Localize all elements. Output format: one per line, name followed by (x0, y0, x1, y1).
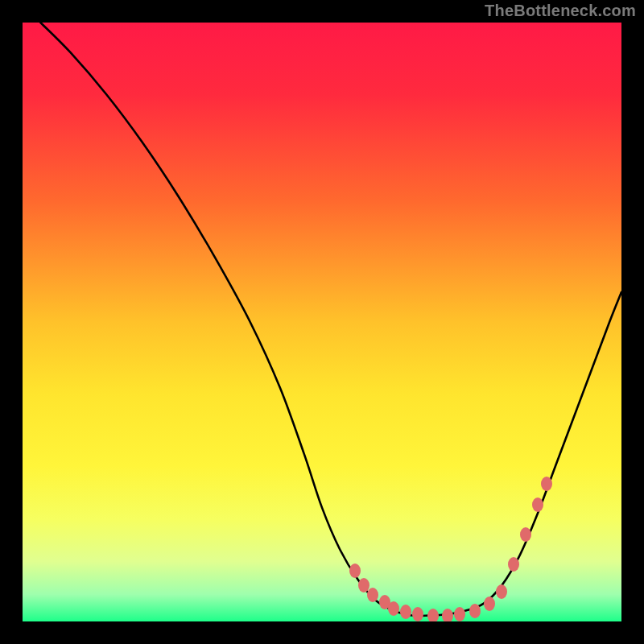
highlight-dot (508, 557, 519, 572)
svg-rect-0 (23, 23, 621, 621)
highlight-dot (442, 609, 453, 621)
highlight-dot (520, 527, 531, 542)
highlight-dot (496, 584, 507, 599)
highlight-dot (400, 605, 411, 619)
highlight-dot (541, 477, 552, 491)
highlight-dot (388, 601, 399, 616)
highlight-dot (427, 609, 439, 621)
background-gradient (23, 23, 621, 621)
highlight-dot (484, 597, 495, 611)
highlight-dot (469, 604, 481, 618)
highlight-dot (454, 607, 465, 621)
highlight-dot (367, 588, 378, 602)
plot-area (23, 23, 621, 621)
attribution-text: TheBottleneck.com (485, 2, 636, 20)
outer-frame: TheBottleneck.com (0, 0, 644, 644)
highlight-dot (532, 497, 543, 512)
highlight-dot (349, 564, 361, 578)
highlight-dot (412, 607, 423, 621)
